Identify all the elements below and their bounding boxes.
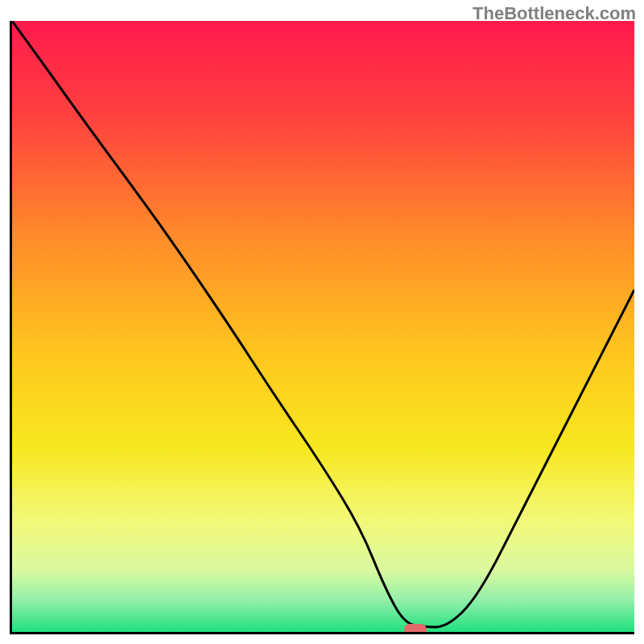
chart-svg xyxy=(12,21,634,632)
watermark-text: TheBottleneck.com xyxy=(473,3,636,24)
chart-container: TheBottleneck.com xyxy=(0,0,644,644)
gradient-background xyxy=(12,21,634,632)
optimal-point-marker xyxy=(404,624,427,634)
plot-area xyxy=(10,21,634,634)
